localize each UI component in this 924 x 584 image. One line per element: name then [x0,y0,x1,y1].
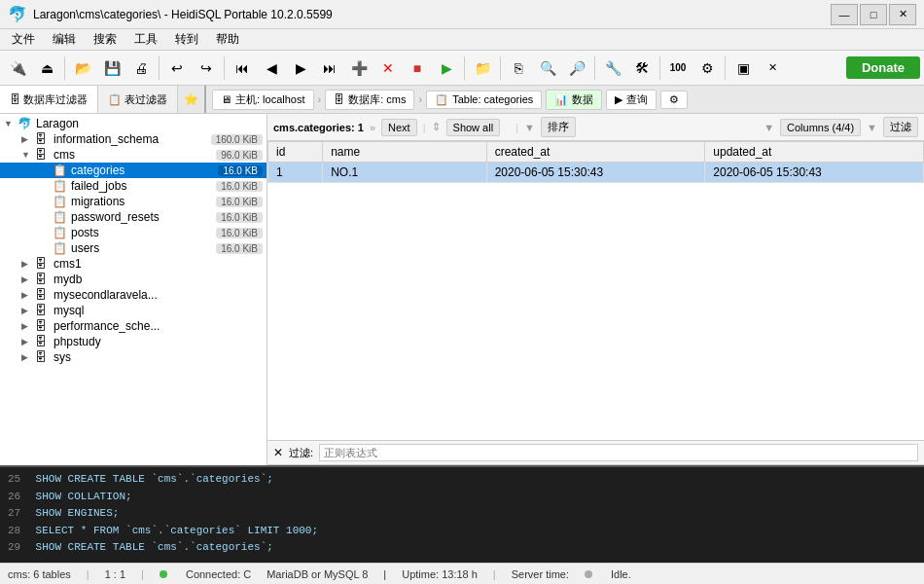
tree-node-sys[interactable]: ▶ 🗄 sys [0,349,267,365]
posts-size: 16.0 KiB [216,228,263,238]
numbers-button[interactable]: 100 [664,55,692,82]
laragon-label: Laragon [36,117,79,130]
log-num-3: 27 [8,505,29,523]
data-table-container[interactable]: id name created_at updated_at 1 NO.1 202… [267,141,924,440]
menu-tools[interactable]: 工具 [126,29,165,50]
filter-input[interactable] [319,444,918,461]
copy-table-button[interactable]: ⎘ [505,55,532,82]
minimize-button[interactable]: — [831,4,858,25]
table-selector[interactable]: 📋 Table: categories [426,91,542,109]
header-row: id name created_at updated_at [268,142,924,163]
columns-button[interactable]: Columns (4/4) [780,119,861,136]
col-sep: ▼ [764,122,774,133]
information-schema-label: information_schema [53,132,159,146]
failed-jobs-size: 16.0 KiB [216,181,263,192]
tree-node-laragon[interactable]: ▼ 🐬 Laragon [0,116,267,131]
host-icon: 🖥 [221,93,231,105]
donate-button[interactable]: Donate [846,56,920,79]
redo-button[interactable]: ↪ [193,55,220,82]
tree-node-failed-jobs[interactable]: 📋 failed_jobs 16.0 KiB [0,178,267,194]
show-all-button[interactable]: Show all [446,119,501,136]
nav-next-button[interactable]: ▶ [287,55,314,82]
host-selector[interactable]: 🖥 主机: localhost [212,90,314,110]
tree-node-users[interactable]: 📋 users 16.0 KiB [0,240,267,256]
tree-node-phpstudy[interactable]: ▶ 🗄 phpstudy [0,334,267,349]
data-table: id name created_at updated_at 1 NO.1 202… [267,141,924,183]
database-selector[interactable]: 🗄 数据库: cms [325,90,414,110]
tree-node-mydb[interactable]: ▶ 🗄 mydb [0,272,267,287]
addr-sep2: › [418,93,422,105]
log-line-5: 29 SHOW CREATE TABLE `cms`.`categories`; [8,539,916,557]
panel-tab-table[interactable]: 📋 表过滤器 [98,86,178,113]
tools1-button[interactable]: 🔧 [599,55,626,82]
col-header-name[interactable]: name [323,142,487,163]
status-tables: cms: 6 tables [8,568,71,580]
table-row[interactable]: 1 NO.1 2020-06-05 15:30:43 2020-06-05 15… [268,163,924,183]
data-view-button[interactable]: 📊 数据 [546,90,602,110]
connected-dot [160,570,167,578]
disconnect-button[interactable]: ⏏ [33,55,60,82]
tools2-button[interactable]: 🛠 [628,55,656,82]
addr-bar: 🖥 主机: localhost › 🗄 数据库: cms › 📋 Table: … [206,86,924,113]
undo-button[interactable]: ↩ [163,55,191,82]
db-icon-performance: 🗄 [35,319,51,333]
log-text-5: SHOW CREATE TABLE `cms`.`categories`; [36,541,273,553]
col-header-created-at[interactable]: created_at [486,142,705,163]
save-file-button[interactable]: 💾 [98,55,125,82]
favorites-button[interactable]: ⭐ [178,86,204,113]
nav-first-button[interactable]: ⏮ [229,55,256,82]
col-header-id[interactable]: id [268,142,323,163]
menu-bar: 文件 编辑 搜索 工具 转到 帮助 [0,29,924,51]
status-sep3: | [383,568,386,580]
query-button[interactable]: ▶ 查询 [606,90,657,110]
new-session-button[interactable]: 🔌 [4,55,31,82]
db-icon-sys: 🗄 [35,350,51,364]
search-db-button[interactable]: 🔍 [534,55,561,82]
arrow-mydb: ▶ [21,274,35,284]
menu-search[interactable]: 搜索 [86,29,124,50]
tree-node-posts[interactable]: 📋 posts 16.0 KiB [0,225,267,240]
tree-node-cms[interactable]: ▼ 🗄 cms 96.0 KiB [0,147,267,163]
nav-prev-button[interactable]: ◀ [258,55,285,82]
log-text-4: SELECT * FROM `cms`.`categories` LIMIT 1… [36,525,318,536]
title-bar-left: 🐬 Laragon\cms\categories\ - HeidiSQL Por… [8,5,333,23]
table-filter-icon: 📋 [108,93,122,106]
tree-node-password-resets[interactable]: 📋 password_resets 16.0 KiB [0,209,267,225]
toolbar-sep2 [159,56,160,80]
close-tab-button[interactable]: ✕ [759,55,786,82]
tree-node-performance[interactable]: ▶ 🗄 performance_sche... [0,318,267,334]
add-row-button[interactable]: ➕ [345,55,373,82]
filter-button[interactable]: 过滤 [883,117,918,137]
menu-help[interactable]: 帮助 [208,29,247,50]
tree-node-mysql[interactable]: ▶ 🗄 mysql [0,303,267,318]
tree-node-mysecond[interactable]: ▶ 🗄 mysecondlaravela... [0,287,267,303]
menu-edit[interactable]: 编辑 [45,29,84,50]
stop-button[interactable]: ■ [404,55,431,82]
next-button[interactable]: Next [381,119,417,136]
open-folder-button[interactable]: 📁 [469,55,496,82]
maximize-button[interactable]: □ [860,4,887,25]
menu-file[interactable]: 文件 [4,29,43,50]
filter-close-button[interactable]: ✕ [273,446,283,459]
table-settings-button[interactable]: ⚙ [660,91,688,109]
nav-last-button[interactable]: ⏭ [316,55,343,82]
tree-node-categories[interactable]: 📋 categories 16.0 KB [0,163,267,178]
menu-goto[interactable]: 转到 [167,29,206,50]
col-header-updated-at[interactable]: updated_at [705,142,924,163]
tree-node-migrations[interactable]: 📋 migrations 16.0 KiB [0,194,267,209]
bar1-button[interactable]: ▣ [729,55,757,82]
tree-area[interactable]: ▼ 🐬 Laragon ▶ 🗄 information_schema 160.0… [0,114,267,465]
settings-button[interactable]: ⚙ [693,55,721,82]
search-text-button[interactable]: 🔎 [563,55,590,82]
print-button[interactable]: 🖨 [127,55,155,82]
open-file-button[interactable]: 📂 [69,55,96,82]
cancel-button[interactable]: ✕ [374,55,402,82]
close-button[interactable]: ✕ [889,4,916,25]
panel-tab-database[interactable]: 🗄 数据库过滤器 [0,86,98,113]
execute-button[interactable]: ▶ [433,55,460,82]
sort-button[interactable]: 排序 [541,117,576,137]
password-resets-label: password_resets [71,210,160,224]
tree-node-information-schema[interactable]: ▶ 🗄 information_schema 160.0 KiB [0,131,267,147]
tree-node-cms1[interactable]: ▶ 🗄 cms1 [0,256,267,272]
table-icon-failed-jobs: 📋 [53,179,68,193]
